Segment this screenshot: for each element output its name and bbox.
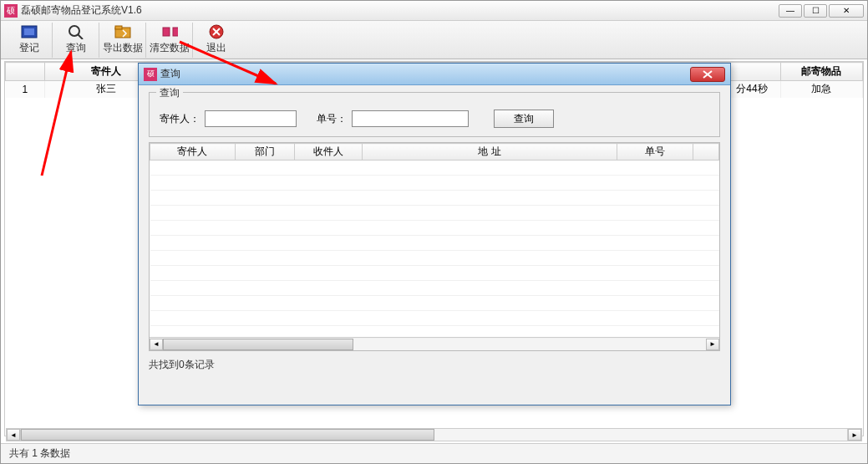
export-icon: [114, 24, 131, 39]
table-row: [150, 251, 719, 266]
cell-time: 分44秒: [723, 81, 781, 98]
status-bar: 共有 1 条数据: [1, 443, 867, 463]
table-row: [150, 311, 719, 326]
dialog-body: 查询 寄件人： 单号： 查询 寄件人 部门 收件人 地 址: [139, 85, 730, 405]
table-row: [150, 176, 719, 191]
dialog-close-button[interactable]: [690, 67, 725, 82]
order-label: 单号：: [317, 112, 347, 126]
dialog-title: 查询: [160, 67, 690, 81]
svg-rect-6: [163, 28, 170, 36]
clear-button[interactable]: 清空数据: [146, 23, 193, 58]
main-titlebar: 硕 磊硕邮寄物品登记系统V1.6 — ☐ ✕: [1, 1, 867, 21]
scroll-track[interactable]: [20, 429, 848, 441]
scroll-right-icon[interactable]: ►: [706, 339, 719, 350]
svg-rect-1: [24, 28, 34, 35]
table-row: [150, 206, 719, 221]
window-controls: — ☐ ✕: [777, 4, 864, 18]
exit-button[interactable]: 退出: [193, 23, 240, 58]
table-row: [150, 281, 719, 296]
clear-label: 清空数据: [150, 41, 190, 55]
query-button[interactable]: 查询: [53, 23, 99, 58]
main-hscrollbar[interactable]: ◄ ►: [6, 428, 862, 441]
app-icon: 硕: [4, 4, 18, 18]
rcol-sender[interactable]: 寄件人: [150, 144, 236, 161]
col-seq[interactable]: [6, 63, 45, 81]
register-icon: [21, 24, 38, 39]
col-item[interactable]: 邮寄物品: [780, 63, 862, 81]
sender-input[interactable]: [205, 110, 297, 127]
cell-item: 加急: [780, 81, 862, 98]
table-row: [150, 161, 719, 176]
rcol-address[interactable]: 地 址: [363, 144, 617, 161]
query-label: 查询: [66, 41, 86, 55]
exit-label: 退出: [206, 41, 226, 55]
svg-rect-5: [115, 26, 122, 29]
result-area: 寄件人 部门 收件人 地 址 单号: [149, 142, 720, 351]
dialog-status: 共找到0条记录: [149, 358, 720, 372]
table-row: [150, 266, 719, 281]
scroll-thumb[interactable]: [163, 339, 353, 350]
status-text: 共有 1 条数据: [9, 446, 70, 461]
close-button[interactable]: ✕: [829, 4, 864, 18]
rcol-extra[interactable]: [693, 144, 719, 161]
query-dialog: 硕 查询 查询 寄件人： 单号： 查询 寄件人: [138, 63, 731, 405]
table-row: [150, 191, 719, 206]
scroll-track[interactable]: [163, 339, 706, 350]
clear-icon: [161, 24, 178, 39]
order-input[interactable]: [352, 110, 469, 127]
table-row: [150, 236, 719, 251]
export-label: 导出数据: [103, 41, 143, 55]
scroll-thumb[interactable]: [21, 429, 434, 441]
result-table: 寄件人 部门 收件人 地 址 单号: [150, 143, 719, 341]
groupbox-legend: 查询: [156, 86, 183, 100]
search-row: 寄件人： 单号： 查询: [160, 110, 709, 128]
exit-icon: [208, 24, 225, 39]
scroll-left-icon[interactable]: ◄: [7, 429, 20, 441]
close-icon: [702, 70, 713, 79]
rcol-order[interactable]: 单号: [617, 144, 693, 161]
table-row: [150, 221, 719, 236]
col-time[interactable]: [723, 63, 781, 81]
table-row: [150, 296, 719, 311]
sender-label: 寄件人：: [160, 112, 200, 126]
cell-seq: 1: [6, 81, 45, 98]
minimize-button[interactable]: —: [779, 4, 802, 18]
dialog-app-icon: 硕: [144, 68, 157, 81]
window-title: 磊硕邮寄物品登记系统V1.6: [21, 3, 777, 18]
rcol-recipient[interactable]: 收件人: [294, 144, 362, 161]
search-groupbox: 查询 寄件人： 单号： 查询: [149, 92, 720, 137]
rcol-dept[interactable]: 部门: [235, 144, 294, 161]
scroll-left-icon[interactable]: ◄: [150, 339, 163, 350]
export-button[interactable]: 导出数据: [99, 23, 146, 58]
scroll-right-icon[interactable]: ►: [848, 429, 861, 441]
dialog-hscrollbar[interactable]: ◄ ►: [150, 337, 719, 350]
svg-rect-7: [173, 28, 178, 36]
toolbar: 登记 查询 导出数据 清空数据 退出: [1, 21, 867, 59]
maximize-button[interactable]: ☐: [804, 4, 827, 18]
svg-line-3: [78, 34, 83, 39]
register-label: 登记: [19, 41, 39, 55]
register-button[interactable]: 登记: [6, 23, 53, 58]
dialog-titlebar[interactable]: 硕 查询: [139, 64, 730, 85]
search-icon: [68, 24, 84, 39]
search-button[interactable]: 查询: [494, 110, 554, 128]
